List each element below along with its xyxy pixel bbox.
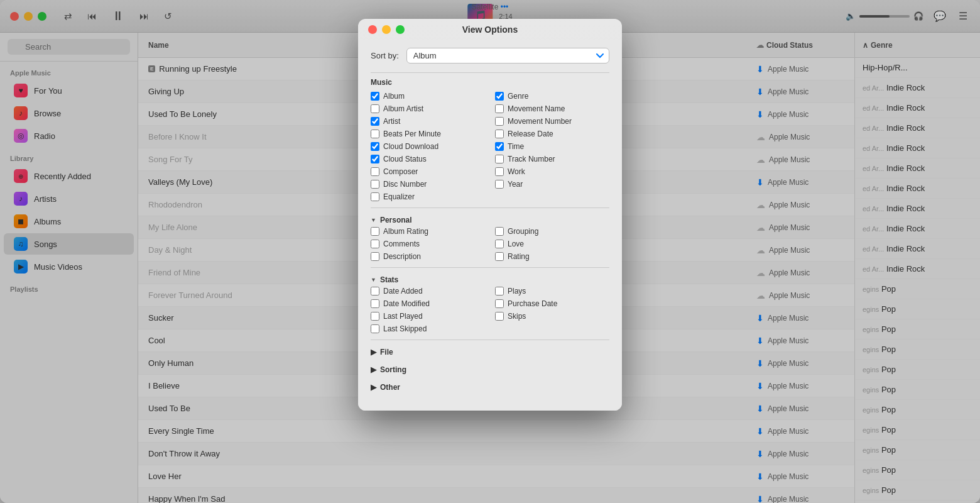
checkbox-item-album[interactable]: Album — [371, 92, 485, 101]
checkbox-artist[interactable] — [371, 117, 379, 126]
stats-triangle: ▼ — [371, 277, 376, 283]
checkbox-grouping[interactable] — [495, 227, 504, 236]
checkbox-label-movement-name: Movement Name — [508, 104, 565, 113]
stats-checkbox-item-date-modified[interactable]: Date Modified — [371, 299, 485, 308]
stats-checkbox-item-last-skipped[interactable]: Last Skipped — [371, 324, 485, 333]
modal-min-button[interactable] — [382, 25, 391, 34]
checkbox-love[interactable] — [495, 240, 504, 248]
checkbox-item-beats-per-minute[interactable]: Beats Per Minute — [371, 130, 485, 138]
checkbox-item-artist[interactable]: Artist — [371, 117, 485, 126]
checkbox-comments[interactable] — [371, 240, 379, 248]
checkbox-label-time: Time — [508, 142, 524, 151]
checkbox-cloud-download[interactable] — [371, 142, 379, 151]
checkbox-last-skipped[interactable] — [371, 324, 379, 333]
checkbox-track-number[interactable] — [495, 155, 504, 163]
checkbox-item-composer[interactable]: Composer — [371, 167, 485, 176]
checkbox-label-last-skipped: Last Skipped — [383, 324, 427, 333]
stats-checkbox-item-date-added[interactable]: Date Added — [371, 287, 485, 296]
checkbox-beats-per-minute[interactable] — [371, 130, 379, 138]
music-checkbox-grid: AlbumGenreAlbum ArtistMovement NameArtis… — [371, 92, 609, 201]
checkbox-item-release-date[interactable]: Release Date — [495, 130, 609, 138]
checkbox-item-time[interactable]: Time — [495, 142, 609, 151]
personal-section-header[interactable]: ▼ Personal — [371, 213, 609, 227]
modal-content: Sort by: Album Music AlbumGenreAlbum Art… — [358, 40, 622, 411]
checkbox-item-genre[interactable]: Genre — [495, 92, 609, 101]
checkbox-date-added[interactable] — [371, 287, 379, 296]
checkbox-cloud-status[interactable] — [371, 155, 379, 163]
modal-close-button[interactable] — [368, 25, 377, 34]
checkbox-item-movement-number[interactable]: Movement Number — [495, 117, 609, 126]
checkbox-item-work[interactable]: Work — [495, 167, 609, 176]
view-options-modal: View Options Sort by: Album Music AlbumG… — [358, 19, 622, 411]
checkbox-item-track-number[interactable]: Track Number — [495, 155, 609, 163]
checkbox-plays[interactable] — [495, 287, 504, 296]
music-section-title: Music — [371, 78, 609, 87]
checkbox-label-year: Year — [508, 180, 523, 189]
modal-overlay[interactable]: View Options Sort by: Album Music AlbumG… — [0, 0, 980, 503]
checkbox-description[interactable] — [371, 252, 379, 261]
checkbox-label-grouping: Grouping — [508, 227, 538, 236]
checkbox-date-modified[interactable] — [371, 299, 379, 308]
sort-select[interactable]: Album — [406, 48, 609, 64]
checkbox-label-track-number: Track Number — [508, 155, 555, 163]
checkbox-label-purchase-date: Purchase Date — [508, 299, 557, 308]
stats-checkbox-grid: Date AddedPlaysDate ModifiedPurchase Dat… — [371, 287, 609, 333]
checkbox-label-date-modified: Date Modified — [383, 299, 430, 308]
checkbox-time[interactable] — [495, 142, 504, 151]
checkbox-item-year[interactable]: Year — [495, 180, 609, 189]
checkbox-movement-name[interactable] — [495, 104, 504, 113]
collapsible-label-sorting: Sorting — [380, 365, 406, 374]
collapsible-header-other[interactable]: ▶ Other — [371, 380, 609, 394]
checkbox-album-artist[interactable] — [371, 104, 379, 113]
checkbox-label-composer: Composer — [383, 167, 418, 176]
personal-checkbox-item-album-rating[interactable]: Album Rating — [371, 227, 485, 236]
checkbox-skips[interactable] — [495, 312, 504, 321]
checkbox-label-date-added: Date Added — [383, 287, 423, 296]
checkbox-work[interactable] — [495, 167, 504, 176]
personal-checkbox-item-rating[interactable]: Rating — [495, 252, 609, 261]
personal-triangle: ▼ — [371, 217, 376, 223]
checkbox-item-album-artist[interactable]: Album Artist — [371, 104, 485, 113]
checkbox-item-cloud-download[interactable]: Cloud Download — [371, 142, 485, 151]
checkbox-release-date[interactable] — [495, 130, 504, 138]
stats-checkbox-item-plays[interactable]: Plays — [495, 287, 609, 296]
section-divider-1 — [371, 72, 609, 73]
triangle-file: ▶ — [371, 348, 376, 357]
collapsible-header-sorting[interactable]: ▶ Sorting — [371, 363, 609, 377]
checkbox-album-rating[interactable] — [371, 227, 379, 236]
collapsible-header-file[interactable]: ▶ File — [371, 345, 609, 359]
stats-checkbox-item-last-played[interactable]: Last Played — [371, 312, 485, 321]
stats-checkbox-item-purchase-date[interactable]: Purchase Date — [495, 299, 609, 308]
personal-checkbox-item-love[interactable]: Love — [495, 240, 609, 248]
checkbox-label-album-rating: Album Rating — [383, 227, 428, 236]
checkbox-item-movement-name[interactable]: Movement Name — [495, 104, 609, 113]
personal-checkbox-item-comments[interactable]: Comments — [371, 240, 485, 248]
checkbox-year[interactable] — [495, 180, 504, 189]
checkbox-last-played[interactable] — [371, 312, 379, 321]
section-divider-3 — [371, 267, 609, 268]
modal-max-button[interactable] — [396, 25, 405, 34]
checkbox-item-cloud-status[interactable]: Cloud Status — [371, 155, 485, 163]
stats-section: ▼ Stats Date AddedPlaysDate ModifiedPurc… — [371, 273, 609, 333]
checkbox-equalizer[interactable] — [371, 192, 379, 201]
checkbox-album[interactable] — [371, 92, 379, 101]
checkbox-composer[interactable] — [371, 167, 379, 176]
checkbox-label-genre: Genre — [508, 92, 528, 101]
checkbox-item-equalizer[interactable]: Equalizer — [371, 192, 485, 201]
stats-section-header[interactable]: ▼ Stats — [371, 273, 609, 287]
checkbox-rating[interactable] — [495, 252, 504, 261]
checkbox-item-disc-number[interactable]: Disc Number — [371, 180, 485, 189]
stats-section-title: Stats — [380, 275, 398, 284]
sort-row: Sort by: Album — [371, 48, 609, 64]
collapsible-sections: ▶ File ▶ Sorting ▶ Other — [371, 345, 609, 394]
checkbox-disc-number[interactable] — [371, 180, 379, 189]
personal-section: ▼ Personal Album RatingGroupingCommentsL… — [371, 213, 609, 261]
checkbox-label-cloud-download: Cloud Download — [383, 142, 438, 151]
checkbox-purchase-date[interactable] — [495, 299, 504, 308]
checkbox-genre[interactable] — [495, 92, 504, 101]
personal-checkbox-item-grouping[interactable]: Grouping — [495, 227, 609, 236]
checkbox-label-album-artist: Album Artist — [383, 104, 423, 113]
personal-checkbox-item-description[interactable]: Description — [371, 252, 485, 261]
checkbox-movement-number[interactable] — [495, 117, 504, 126]
stats-checkbox-item-skips[interactable]: Skips — [495, 312, 609, 321]
